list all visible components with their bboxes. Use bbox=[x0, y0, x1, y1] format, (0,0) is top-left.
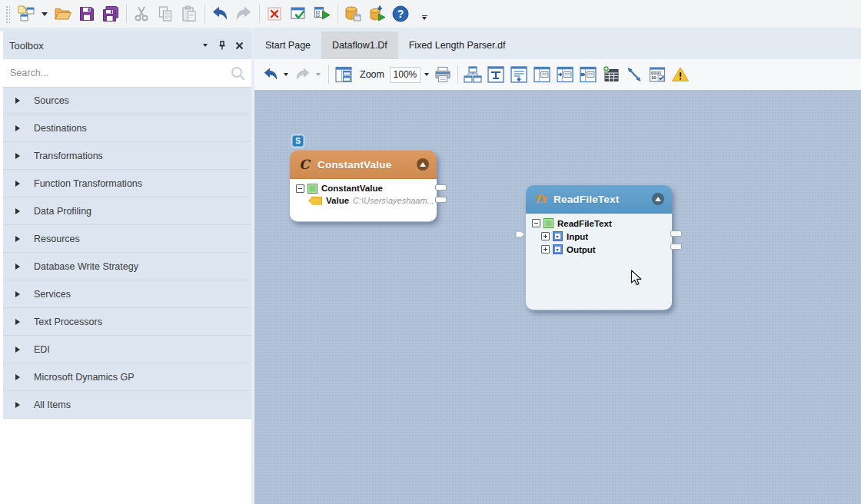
undo-button[interactable] bbox=[261, 64, 281, 85]
toolbox-item-edi[interactable]: EDI bbox=[3, 336, 251, 363]
toolbox-pin-button[interactable] bbox=[216, 39, 228, 51]
warnings-button[interactable] bbox=[670, 64, 690, 85]
node-constantvalue-header[interactable]: C ConstantValue bbox=[290, 151, 437, 179]
toolbox-item-destinations[interactable]: Destinations bbox=[3, 114, 251, 142]
toolbox-item-services[interactable]: Services bbox=[3, 280, 251, 308]
tree-row-label: Input bbox=[567, 232, 588, 241]
toolbox-item-label: Database Write Strategy bbox=[34, 261, 138, 272]
tree-row-output[interactable]: Output bbox=[526, 243, 672, 256]
tree-row-value[interactable]: Value C:\Users\ayeshaam... bbox=[290, 194, 437, 207]
toolbox-menu-button[interactable] bbox=[199, 39, 211, 51]
toolbox-item-data-profiling[interactable]: Data Profiling bbox=[3, 197, 251, 225]
undo-dropdown-button[interactable] bbox=[281, 64, 291, 85]
add-table-button[interactable] bbox=[601, 64, 621, 85]
output-port[interactable] bbox=[435, 184, 447, 191]
show-ports-all-button[interactable] bbox=[578, 64, 598, 85]
new-dropdown-button[interactable] bbox=[40, 3, 49, 25]
toolbox-item-all-items[interactable]: All Items bbox=[3, 391, 251, 419]
toolbox-item-microsoft-dynamics-gp[interactable]: Microsoft Dynamics GP bbox=[3, 363, 251, 391]
collapse-node-button[interactable] bbox=[652, 193, 664, 205]
cut-button[interactable] bbox=[131, 3, 151, 25]
toolbox-item-function-transformations[interactable]: Function Transformations bbox=[3, 170, 251, 197]
tab-dataflow1[interactable]: Dataflow1.Df bbox=[321, 32, 398, 59]
open-file-button[interactable] bbox=[53, 3, 73, 25]
node-title: ConstantValue bbox=[317, 159, 417, 171]
dataflow-canvas[interactable]: S C ConstantValue ConstantValue bbox=[254, 90, 861, 504]
svg-text:0101: 0101 bbox=[651, 71, 662, 75]
tree-row-input[interactable]: Input bbox=[526, 230, 672, 243]
show-ports-in-button[interactable] bbox=[555, 64, 575, 85]
toolbox-item-label: Data Profiling bbox=[34, 206, 91, 217]
verify-dataflow-button[interactable] bbox=[288, 3, 308, 25]
toolbar-grip-handle[interactable] bbox=[5, 5, 10, 23]
run-window-icon bbox=[313, 5, 331, 23]
link-tool-icon bbox=[625, 65, 643, 84]
print-icon bbox=[434, 65, 452, 84]
toolbox-item-sources[interactable]: Sources bbox=[3, 87, 251, 114]
undo-button[interactable] bbox=[210, 3, 230, 25]
chevron-up-icon bbox=[420, 162, 426, 167]
database-job-button[interactable] bbox=[343, 3, 363, 25]
zoom-combo[interactable]: 100% bbox=[390, 67, 421, 83]
queue-job-icon bbox=[367, 5, 386, 23]
output-port[interactable] bbox=[670, 230, 682, 237]
paste-button[interactable] bbox=[179, 3, 199, 25]
toolbar-overflow-button[interactable] bbox=[419, 7, 430, 28]
output-port[interactable] bbox=[670, 244, 682, 250]
toolbox-item-database-write-strategy[interactable]: Database Write Strategy bbox=[3, 253, 251, 280]
queue-job-button[interactable] bbox=[367, 3, 387, 25]
tree-row-readfiletext[interactable]: ReadFileText bbox=[526, 217, 672, 230]
ports-window-double-arrow-icon bbox=[579, 65, 597, 84]
collapse-node-button[interactable] bbox=[417, 158, 429, 171]
editor-area: Start Page Dataflow1.Df Fixed Length Par… bbox=[254, 28, 861, 504]
print-button[interactable] bbox=[433, 64, 453, 85]
preview-panel-button[interactable] bbox=[334, 64, 354, 85]
toolbox-item-resources[interactable]: Resources bbox=[3, 225, 251, 253]
link-tool-button[interactable] bbox=[624, 64, 644, 85]
auto-layout-button[interactable] bbox=[463, 64, 483, 85]
node-constantvalue[interactable]: C ConstantValue ConstantValue Value bbox=[290, 151, 437, 222]
expand-plus-icon[interactable] bbox=[541, 245, 550, 254]
add-table-icon bbox=[602, 65, 620, 84]
collection-icon bbox=[553, 231, 563, 241]
new-dataflow-button[interactable] bbox=[16, 3, 36, 25]
expand-plus-icon[interactable] bbox=[541, 232, 550, 240]
zoom-dropdown-button[interactable] bbox=[421, 67, 433, 83]
tab-fixed-length-parser[interactable]: Fixed Length Parser.df bbox=[398, 32, 517, 59]
save-all-button[interactable] bbox=[101, 3, 121, 25]
expand-arrow-icon bbox=[15, 98, 20, 104]
copy-icon bbox=[156, 5, 175, 23]
node-readfiletext[interactable]: fx ReadFileText ReadFileText bbox=[526, 185, 672, 310]
preview-panel-icon bbox=[334, 65, 353, 84]
copy-button[interactable] bbox=[155, 3, 175, 25]
redo-dropdown-button[interactable] bbox=[314, 64, 323, 85]
tab-start-page[interactable]: Start Page bbox=[254, 32, 321, 59]
help-button[interactable]: ? bbox=[391, 3, 411, 25]
input-port[interactable] bbox=[515, 230, 526, 238]
node-readfiletext-header[interactable]: fx ReadFileText bbox=[526, 185, 672, 214]
expand-arrow-icon bbox=[15, 402, 20, 408]
expand-arrow-icon bbox=[15, 264, 20, 270]
save-button[interactable] bbox=[77, 3, 97, 25]
show-ports-button[interactable] bbox=[532, 64, 552, 85]
toolbox-item-text-processors[interactable]: Text Processors bbox=[3, 308, 251, 336]
toolbox-item-label: All Items bbox=[34, 400, 71, 410]
tree-row-constantvalue[interactable]: ConstantValue bbox=[290, 182, 437, 194]
chevron-down-icon bbox=[424, 73, 429, 76]
toolbox-item-transformations[interactable]: Transformations bbox=[3, 142, 251, 170]
align-layout-button[interactable] bbox=[486, 64, 506, 85]
redo-button[interactable] bbox=[293, 64, 313, 85]
preview-data-button[interactable]: 0101 10 bbox=[647, 64, 667, 85]
collapse-minus-icon[interactable] bbox=[296, 184, 304, 193]
delete-button[interactable] bbox=[264, 3, 284, 25]
toolbox-search-input[interactable] bbox=[3, 59, 251, 87]
field-tag-icon bbox=[308, 197, 322, 205]
toolbox-close-button[interactable] bbox=[233, 39, 245, 51]
delete-icon bbox=[265, 5, 284, 23]
run-dataflow-button[interactable] bbox=[312, 3, 332, 25]
toolbar-separator bbox=[457, 65, 458, 84]
collapse-minus-icon[interactable] bbox=[532, 219, 540, 227]
redo-button[interactable] bbox=[234, 3, 254, 25]
output-port[interactable] bbox=[435, 197, 447, 203]
expand-collapse-all-button[interactable] bbox=[509, 64, 529, 85]
